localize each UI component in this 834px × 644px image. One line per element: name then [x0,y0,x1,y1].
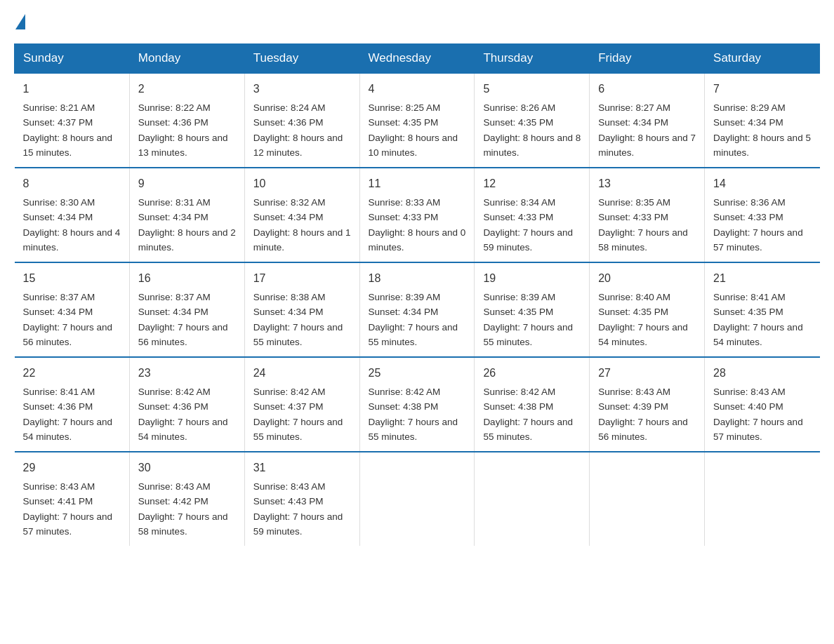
calendar-cell: 28 Sunrise: 8:43 AMSunset: 4:40 PMDaylig… [705,357,820,452]
day-number: 10 [253,175,351,192]
day-info: Sunrise: 8:42 AMSunset: 4:36 PMDaylight:… [138,387,228,442]
day-number: 12 [483,175,581,192]
calendar-cell: 10 Sunrise: 8:32 AMSunset: 4:34 PMDaylig… [244,168,359,262]
day-number: 22 [23,365,121,382]
day-number: 20 [598,270,696,287]
day-of-week-friday: Friday [590,44,705,74]
day-info: Sunrise: 8:38 AMSunset: 4:34 PMDaylight:… [253,292,343,347]
day-number: 27 [598,365,696,382]
day-of-week-monday: Monday [129,44,244,74]
calendar-week-2: 8 Sunrise: 8:30 AMSunset: 4:34 PMDayligh… [15,168,820,262]
calendar-cell: 30 Sunrise: 8:43 AMSunset: 4:42 PMDaylig… [129,452,244,546]
calendar-cell: 11 Sunrise: 8:33 AMSunset: 4:33 PMDaylig… [359,168,475,262]
calendar-cell: 22 Sunrise: 8:41 AMSunset: 4:36 PMDaylig… [15,357,130,452]
calendar-cell: 23 Sunrise: 8:42 AMSunset: 4:36 PMDaylig… [129,357,244,452]
calendar-cell: 16 Sunrise: 8:37 AMSunset: 4:34 PMDaylig… [129,262,244,357]
day-number: 21 [713,270,811,287]
day-info: Sunrise: 8:42 AMSunset: 4:38 PMDaylight:… [483,387,573,442]
calendar-cell: 17 Sunrise: 8:38 AMSunset: 4:34 PMDaylig… [244,262,359,357]
calendar-cell: 15 Sunrise: 8:37 AMSunset: 4:34 PMDaylig… [15,262,130,357]
day-number: 18 [369,270,466,287]
day-number: 8 [23,175,121,192]
day-info: Sunrise: 8:36 AMSunset: 4:33 PMDaylight:… [713,197,803,253]
day-info: Sunrise: 8:22 AMSunset: 4:36 PMDaylight:… [138,102,228,158]
calendar-cell: 24 Sunrise: 8:42 AMSunset: 4:37 PMDaylig… [244,357,359,452]
day-info: Sunrise: 8:41 AMSunset: 4:36 PMDaylight:… [23,387,113,442]
day-info: Sunrise: 8:37 AMSunset: 4:34 PMDaylight:… [23,292,113,347]
day-number: 5 [483,81,581,98]
day-info: Sunrise: 8:25 AMSunset: 4:35 PMDaylight:… [369,102,458,158]
calendar-cell: 3 Sunrise: 8:24 AMSunset: 4:36 PMDayligh… [244,73,359,168]
calendar-cell: 4 Sunrise: 8:25 AMSunset: 4:35 PMDayligh… [359,73,475,168]
day-number: 23 [138,365,236,382]
day-info: Sunrise: 8:43 AMSunset: 4:40 PMDaylight:… [713,387,803,442]
day-number: 4 [369,81,466,98]
calendar-cell: 5 Sunrise: 8:26 AMSunset: 4:35 PMDayligh… [475,73,590,168]
day-number: 1 [23,81,121,98]
day-info: Sunrise: 8:24 AMSunset: 4:36 PMDaylight:… [253,102,343,158]
day-number: 19 [483,270,581,287]
calendar-cell: 20 Sunrise: 8:40 AMSunset: 4:35 PMDaylig… [590,262,705,357]
calendar-cell: 25 Sunrise: 8:42 AMSunset: 4:38 PMDaylig… [359,357,475,452]
calendar-cell: 26 Sunrise: 8:42 AMSunset: 4:38 PMDaylig… [475,357,590,452]
day-of-week-sunday: Sunday [15,44,130,74]
day-info: Sunrise: 8:43 AMSunset: 4:43 PMDaylight:… [253,481,343,537]
calendar-cell [590,452,705,546]
day-info: Sunrise: 8:32 AMSunset: 4:34 PMDaylight:… [253,197,351,253]
calendar-cell [359,452,475,546]
day-info: Sunrise: 8:43 AMSunset: 4:42 PMDaylight:… [138,481,228,537]
day-info: Sunrise: 8:21 AMSunset: 4:37 PMDaylight:… [23,102,113,158]
calendar-table: SundayMondayTuesdayWednesdayThursdayFrid… [14,43,820,546]
logo-triangle-icon [15,14,25,29]
day-number: 16 [138,270,236,287]
day-info: Sunrise: 8:35 AMSunset: 4:33 PMDaylight:… [598,197,688,253]
calendar-cell: 7 Sunrise: 8:29 AMSunset: 4:34 PMDayligh… [705,73,820,168]
day-info: Sunrise: 8:34 AMSunset: 4:33 PMDaylight:… [483,197,573,253]
day-info: Sunrise: 8:43 AMSunset: 4:41 PMDaylight:… [23,481,113,537]
calendar-cell [705,452,820,546]
day-info: Sunrise: 8:29 AMSunset: 4:34 PMDaylight:… [713,102,811,158]
calendar-cell: 19 Sunrise: 8:39 AMSunset: 4:35 PMDaylig… [475,262,590,357]
day-number: 6 [598,81,696,98]
day-info: Sunrise: 8:30 AMSunset: 4:34 PMDaylight:… [23,197,121,253]
day-number: 9 [138,175,236,192]
calendar-cell: 14 Sunrise: 8:36 AMSunset: 4:33 PMDaylig… [705,168,820,262]
logo [14,14,27,29]
day-number: 15 [23,270,121,287]
day-number: 30 [138,459,236,476]
day-info: Sunrise: 8:27 AMSunset: 4:34 PMDaylight:… [598,102,696,158]
day-number: 28 [713,365,811,382]
calendar-cell: 27 Sunrise: 8:43 AMSunset: 4:39 PMDaylig… [590,357,705,452]
calendar-cell: 13 Sunrise: 8:35 AMSunset: 4:33 PMDaylig… [590,168,705,262]
calendar-cell: 12 Sunrise: 8:34 AMSunset: 4:33 PMDaylig… [475,168,590,262]
day-info: Sunrise: 8:40 AMSunset: 4:35 PMDaylight:… [598,292,688,347]
day-number: 14 [713,175,811,192]
calendar-cell: 8 Sunrise: 8:30 AMSunset: 4:34 PMDayligh… [15,168,130,262]
calendar-cell: 29 Sunrise: 8:43 AMSunset: 4:41 PMDaylig… [15,452,130,546]
calendar-cell: 1 Sunrise: 8:21 AMSunset: 4:37 PMDayligh… [15,73,130,168]
calendar-cell: 6 Sunrise: 8:27 AMSunset: 4:34 PMDayligh… [590,73,705,168]
day-info: Sunrise: 8:41 AMSunset: 4:35 PMDaylight:… [713,292,803,347]
day-info: Sunrise: 8:42 AMSunset: 4:38 PMDaylight:… [369,387,458,442]
day-number: 25 [369,365,466,382]
day-of-week-wednesday: Wednesday [359,44,475,74]
day-info: Sunrise: 8:39 AMSunset: 4:35 PMDaylight:… [483,292,573,347]
calendar-cell: 18 Sunrise: 8:39 AMSunset: 4:34 PMDaylig… [359,262,475,357]
day-info: Sunrise: 8:39 AMSunset: 4:34 PMDaylight:… [369,292,458,347]
calendar-cell: 21 Sunrise: 8:41 AMSunset: 4:35 PMDaylig… [705,262,820,357]
day-number: 17 [253,270,351,287]
calendar-week-1: 1 Sunrise: 8:21 AMSunset: 4:37 PMDayligh… [15,73,820,168]
day-info: Sunrise: 8:33 AMSunset: 4:33 PMDaylight:… [369,197,466,253]
day-info: Sunrise: 8:37 AMSunset: 4:34 PMDaylight:… [138,292,228,347]
calendar-cell: 2 Sunrise: 8:22 AMSunset: 4:36 PMDayligh… [129,73,244,168]
day-info: Sunrise: 8:42 AMSunset: 4:37 PMDaylight:… [253,387,343,442]
day-number: 29 [23,459,121,476]
day-number: 11 [369,175,466,192]
day-number: 24 [253,365,351,382]
day-of-week-tuesday: Tuesday [244,44,359,74]
calendar-week-4: 22 Sunrise: 8:41 AMSunset: 4:36 PMDaylig… [15,357,820,452]
calendar-cell: 31 Sunrise: 8:43 AMSunset: 4:43 PMDaylig… [244,452,359,546]
calendar-header-row: SundayMondayTuesdayWednesdayThursdayFrid… [15,44,820,74]
day-number: 13 [598,175,696,192]
day-of-week-saturday: Saturday [705,44,820,74]
